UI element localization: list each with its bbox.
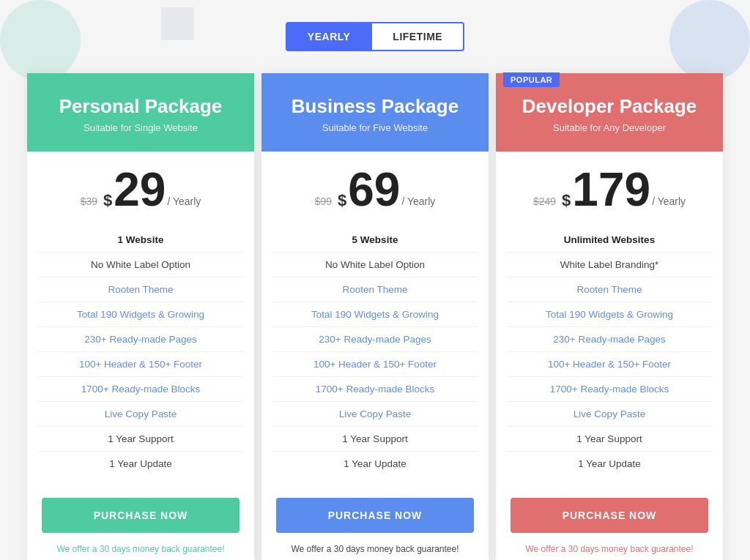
developer-feature-3-link: Total 190 Widgets & Growing xyxy=(546,309,673,320)
personal-package-subtitle: Suitable for Single Website xyxy=(42,122,240,133)
business-feature-6: 1700+ Ready-made Blocks xyxy=(272,377,478,402)
personal-money-back: We offer a 30 days money back guarantee! xyxy=(27,544,254,560)
business-feature-0: 5 Website xyxy=(272,228,478,253)
business-price-old: $99 xyxy=(315,195,332,207)
personal-features-list: 1 Website No White Label Option Rooten T… xyxy=(38,228,243,476)
developer-card-body: $249 $ 179 / Yearly Unlimited Websites W… xyxy=(496,152,723,498)
business-feature-7: Live Copy Paste xyxy=(272,402,478,427)
developer-feature-3: Total 190 Widgets & Growing xyxy=(507,302,712,327)
developer-features-list: Unlimited Websites White Label Branding*… xyxy=(507,228,712,476)
personal-feature-2-link: Rooten Theme xyxy=(108,284,173,295)
business-feature-5-link: 100+ Header & 150+ Footer xyxy=(313,359,437,370)
developer-feature-7: Live Copy Paste xyxy=(507,402,712,427)
business-feature-2: Rooten Theme xyxy=(272,277,478,302)
personal-feature-6: 1700+ Ready-made Blocks xyxy=(38,377,243,402)
business-purchase-button[interactable]: PURCHASE NOW xyxy=(276,498,474,533)
developer-price-section: $249 $ 179 / Yearly xyxy=(507,166,712,213)
developer-price-dollar: $ xyxy=(562,191,571,210)
developer-feature-6-link: 1700+ Ready-made Blocks xyxy=(550,384,669,395)
personal-price-old: $39 xyxy=(81,195,97,207)
business-feature-7-link: Live Copy Paste xyxy=(339,408,411,419)
developer-feature-1: White Label Branding* xyxy=(507,253,712,277)
developer-package-subtitle: Suitable for Any Developer xyxy=(510,122,708,133)
lifetime-toggle-button[interactable]: LIFETIME xyxy=(371,22,464,51)
business-package-subtitle: Suitable for Five Website xyxy=(276,122,474,133)
personal-feature-6-link: 1700+ Ready-made Blocks xyxy=(81,384,200,395)
business-card-header: Business Package Suitable for Five Websi… xyxy=(261,73,489,152)
personal-feature-0: 1 Website xyxy=(38,228,243,253)
business-card-body: $99 $ 69 / Yearly 5 Website No White Lab… xyxy=(261,152,489,498)
personal-package-name: Personal Package xyxy=(42,95,240,118)
personal-feature-1: No White Label Option xyxy=(38,253,243,277)
developer-package-name: Developer Package xyxy=(510,95,708,118)
personal-feature-3: Total 190 Widgets & Growing xyxy=(38,302,243,327)
personal-price-period: / Yearly xyxy=(167,195,201,207)
personal-card-body: $39 $ 29 / Yearly 1 Website No White Lab… xyxy=(27,152,254,498)
personal-feature-8: 1 Year Support xyxy=(38,427,243,452)
business-feature-6-link: 1700+ Ready-made Blocks xyxy=(316,384,434,395)
billing-toggle: YEARLY LIFETIME xyxy=(15,22,735,51)
business-package-card: Business Package Suitable for Five Websi… xyxy=(261,73,489,560)
developer-feature-4-link: 230+ Ready-made Pages xyxy=(553,334,665,345)
personal-purchase-button[interactable]: PURCHASE NOW xyxy=(42,498,240,533)
business-feature-9: 1 Year Update xyxy=(272,452,478,476)
personal-feature-4: 230+ Ready-made Pages xyxy=(38,327,243,352)
developer-price-main: 179 xyxy=(572,166,650,213)
business-money-back: We offer a 30 days money back guarantee! xyxy=(261,544,489,560)
personal-feature-9: 1 Year Update xyxy=(38,452,243,476)
developer-feature-8: 1 Year Support xyxy=(507,427,712,452)
business-feature-2-link: Rooten Theme xyxy=(342,284,407,295)
business-package-name: Business Package xyxy=(276,95,474,118)
personal-feature-7: Live Copy Paste xyxy=(38,402,243,427)
developer-feature-5-link: 100+ Header & 150+ Footer xyxy=(548,359,671,370)
developer-money-back: We offer a 30 days money back guarantee! xyxy=(496,544,723,560)
personal-feature-7-link: Live Copy Paste xyxy=(105,408,177,419)
personal-feature-4-link: 230+ Ready-made Pages xyxy=(84,334,196,345)
developer-feature-7-link: Live Copy Paste xyxy=(573,408,645,419)
developer-feature-5: 100+ Header & 150+ Footer xyxy=(507,352,712,377)
business-feature-3-link: Total 190 Widgets & Growing xyxy=(311,309,439,320)
personal-price-main: 29 xyxy=(114,166,166,213)
business-price-main: 69 xyxy=(348,166,400,213)
personal-feature-2: Rooten Theme xyxy=(38,277,243,302)
personal-feature-5-link: 100+ Header & 150+ Footer xyxy=(79,359,202,370)
personal-price-section: $39 $ 29 / Yearly xyxy=(38,166,243,213)
developer-feature-0: Unlimited Websites xyxy=(507,228,712,253)
business-feature-5: 100+ Header & 150+ Footer xyxy=(272,352,478,377)
personal-price-dollar: $ xyxy=(103,191,112,210)
personal-feature-5: 100+ Header & 150+ Footer xyxy=(38,352,243,377)
business-price-section: $99 $ 69 / Yearly xyxy=(272,166,478,213)
popular-badge: POPULAR xyxy=(503,72,560,87)
yearly-toggle-button[interactable]: YEARLY xyxy=(286,22,371,51)
developer-feature-4: 230+ Ready-made Pages xyxy=(507,327,712,352)
developer-price-old: $249 xyxy=(533,195,556,207)
personal-package-card: Personal Package Suitable for Single Web… xyxy=(27,73,254,560)
business-feature-1: No White Label Option xyxy=(272,253,478,277)
developer-purchase-button[interactable]: PURCHASE NOW xyxy=(510,498,708,533)
developer-feature-9: 1 Year Update xyxy=(507,452,712,476)
developer-price-period: / Yearly xyxy=(652,195,686,207)
business-feature-4: 230+ Ready-made Pages xyxy=(272,327,478,352)
personal-feature-3-link: Total 190 Widgets & Growing xyxy=(77,309,204,320)
business-price-dollar: $ xyxy=(338,191,346,210)
pricing-cards: Personal Package Suitable for Single Web… xyxy=(15,73,735,560)
page-wrapper: YEARLY LIFETIME Personal Package Suitabl… xyxy=(15,22,735,560)
business-feature-8: 1 Year Support xyxy=(272,427,478,452)
business-features-list: 5 Website No White Label Option Rooten T… xyxy=(272,228,478,476)
personal-card-header: Personal Package Suitable for Single Web… xyxy=(27,73,254,152)
business-price-period: / Yearly xyxy=(401,195,435,207)
business-feature-4-link: 230+ Ready-made Pages xyxy=(319,334,431,345)
developer-feature-2: Rooten Theme xyxy=(507,277,712,302)
developer-feature-2-link: Rooten Theme xyxy=(576,284,642,295)
developer-feature-6: 1700+ Ready-made Blocks xyxy=(507,377,712,402)
developer-package-card: POPULAR Developer Package Suitable for A… xyxy=(496,73,723,560)
business-feature-3: Total 190 Widgets & Growing xyxy=(272,302,478,327)
